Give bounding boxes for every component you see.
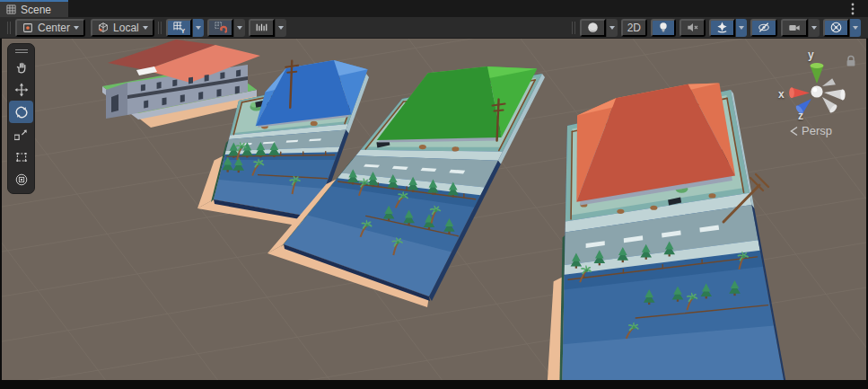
toolbar-right-group: 2D bbox=[568, 19, 864, 37]
camera-overlay-button-icon bbox=[787, 22, 802, 34]
scale-tool-icon bbox=[14, 128, 29, 142]
shading-mode-button-group bbox=[580, 19, 618, 37]
camera-overlay-button-group bbox=[781, 19, 820, 37]
grid-visibility-button[interactable]: Y bbox=[166, 19, 192, 37]
rotate-tool-icon bbox=[14, 105, 29, 119]
tab-title: Scene bbox=[21, 4, 51, 16]
orientation-gizmo[interactable]: y x z Persp bbox=[770, 41, 865, 149]
snap-grid-button[interactable] bbox=[207, 19, 233, 37]
move-tool[interactable] bbox=[9, 78, 33, 101]
rock bbox=[419, 145, 426, 149]
gizmo-center-highlight bbox=[813, 88, 818, 93]
visibility-toggle-button-icon bbox=[757, 21, 771, 34]
axis-y-negative-cone[interactable] bbox=[821, 78, 836, 91]
hand-tool-icon bbox=[14, 60, 29, 75]
orientation-mode-button[interactable]: Local bbox=[91, 19, 154, 37]
lock-icon[interactable] bbox=[845, 54, 857, 67]
axis-x-cone[interactable] bbox=[789, 87, 810, 98]
hand-tool[interactable] bbox=[9, 56, 33, 78]
gizmos-toggle-button-icon bbox=[829, 21, 843, 34]
snap-grid-dropdown[interactable] bbox=[233, 19, 245, 37]
building-window bbox=[141, 84, 145, 92]
toolbar-drag-handle[interactable] bbox=[571, 22, 577, 34]
audio-toggle-button-icon bbox=[686, 21, 699, 34]
building-window bbox=[189, 77, 193, 84]
gizmo-center-sphere[interactable] bbox=[811, 85, 822, 97]
camera-overlay-button[interactable] bbox=[781, 19, 808, 37]
toolbar-drag-handle[interactable] bbox=[6, 22, 13, 34]
ruler-icon bbox=[255, 21, 268, 34]
overlay-drag-handle[interactable] bbox=[9, 46, 33, 56]
effects-toggle-button[interactable] bbox=[709, 19, 735, 37]
scene-viewport[interactable] bbox=[2, 39, 866, 389]
effects-toggle-button-icon bbox=[715, 21, 729, 34]
building-window bbox=[205, 75, 209, 82]
effects-toggle-button-group bbox=[709, 19, 747, 37]
pivot-icon bbox=[22, 22, 34, 34]
axis-label-x: x bbox=[778, 88, 785, 101]
audio-toggle-button[interactable] bbox=[679, 19, 706, 37]
effects-toggle-button-dropdown[interactable] bbox=[735, 19, 747, 37]
transform-tool-icon bbox=[14, 172, 29, 187]
building-window bbox=[157, 82, 162, 89]
axis-z-negative-cone[interactable] bbox=[818, 94, 838, 114]
scene-toolbar: Center Local Y bbox=[0, 17, 868, 39]
building-window bbox=[180, 94, 185, 102]
rock bbox=[709, 193, 716, 198]
gizmos-toggle-button-group bbox=[823, 19, 861, 37]
toolbar-separator bbox=[157, 22, 163, 34]
snap-grid-group bbox=[207, 19, 245, 37]
rock bbox=[650, 206, 657, 210]
tab-scene[interactable]: Scene bbox=[0, 0, 68, 17]
rock bbox=[311, 121, 318, 126]
unity-scene-window: Scene Center Local bbox=[0, 0, 868, 389]
scale-tool[interactable] bbox=[9, 123, 33, 146]
camera-overlay-button-dropdown[interactable] bbox=[808, 19, 820, 37]
rect-tool-icon bbox=[14, 150, 29, 164]
pivot-label: Center bbox=[38, 22, 70, 34]
increment-snap-button[interactable] bbox=[249, 19, 275, 37]
gizmos-toggle-button-dropdown[interactable] bbox=[849, 19, 861, 37]
lighting-toggle-button[interactable] bbox=[651, 19, 676, 37]
increment-snap-dropdown[interactable] bbox=[275, 19, 286, 37]
building-window bbox=[172, 79, 177, 86]
tab-overflow-menu-icon[interactable] bbox=[846, 2, 859, 15]
cube-icon bbox=[97, 22, 110, 34]
building-window bbox=[235, 86, 240, 94]
projection-label: Persp bbox=[802, 124, 832, 137]
scene-tab-grid-icon bbox=[6, 4, 16, 14]
tab-bar: Scene bbox=[0, 0, 868, 17]
shading-mode-button-icon bbox=[586, 21, 600, 34]
building-window bbox=[220, 72, 224, 79]
building-window bbox=[236, 70, 241, 77]
2d-toggle-button[interactable]: 2D bbox=[621, 19, 647, 37]
transform-tool[interactable] bbox=[9, 168, 33, 190]
increment-snap-group bbox=[249, 19, 286, 37]
projection-toggle[interactable]: Persp bbox=[790, 124, 832, 137]
rotate-tool[interactable] bbox=[9, 101, 33, 123]
orientation-label: Local bbox=[113, 22, 139, 34]
building-window bbox=[198, 92, 203, 100]
rock bbox=[452, 146, 459, 151]
axis-label-z: z bbox=[798, 110, 803, 122]
building-window bbox=[162, 98, 167, 106]
building-window bbox=[144, 101, 148, 109]
grid-visibility-dropdown[interactable] bbox=[192, 19, 204, 37]
gizmos-toggle-button[interactable] bbox=[823, 19, 849, 37]
move-tool-icon bbox=[14, 83, 29, 97]
shading-mode-button-dropdown[interactable] bbox=[606, 19, 618, 37]
grid-y-icon: Y bbox=[172, 21, 186, 34]
axis-y-cone[interactable] bbox=[811, 63, 824, 84]
pivot-mode-button[interactable]: Center bbox=[15, 19, 85, 37]
lighting-toggle-button-icon bbox=[657, 21, 670, 34]
rect-tool[interactable] bbox=[9, 146, 33, 168]
window-bottom-edge bbox=[0, 380, 868, 389]
visibility-toggle-button[interactable] bbox=[750, 19, 777, 37]
svg-text:Y: Y bbox=[180, 28, 185, 34]
chevron-down-icon bbox=[143, 26, 148, 30]
persp-chevron-icon bbox=[790, 126, 798, 137]
grid-visibility-group: Y bbox=[166, 19, 204, 37]
shading-mode-button[interactable] bbox=[580, 19, 606, 37]
axis-label-y: y bbox=[808, 49, 814, 61]
axis-x-negative-cone[interactable] bbox=[824, 90, 846, 101]
